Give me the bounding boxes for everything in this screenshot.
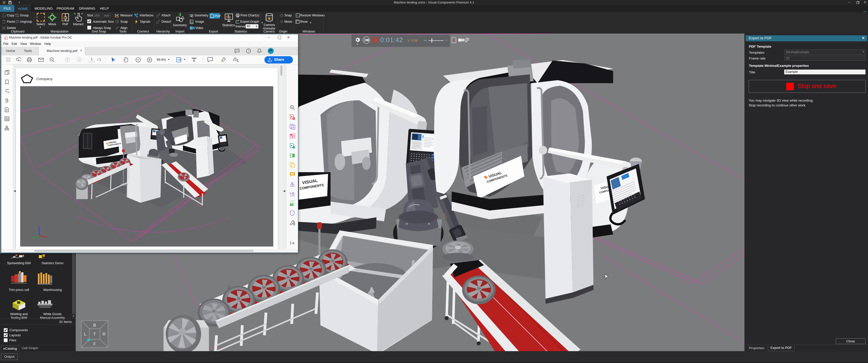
- svg-text:B: B: [93, 323, 96, 327]
- svg-text:L: L: [84, 332, 87, 336]
- svg-text:?: ?: [248, 50, 249, 53]
- svg-text:R: R: [102, 332, 105, 336]
- svg-text:x: x: [290, 192, 291, 195]
- svg-text:F: F: [93, 342, 96, 346]
- svg-text:T: T: [93, 332, 96, 336]
